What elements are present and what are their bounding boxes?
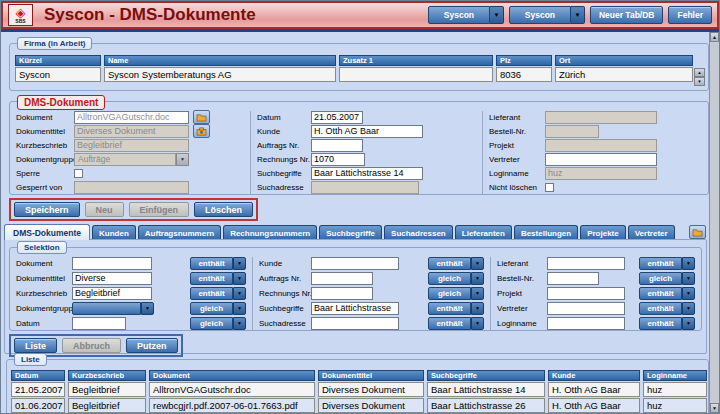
loginname-filter-field[interactable] bbox=[547, 317, 625, 330]
scroll-down-icon[interactable]: ▼ bbox=[710, 403, 719, 413]
tab-suchbegriffe[interactable]: Suchbegriffe bbox=[319, 225, 382, 240]
suchbegriffe-filter-field[interactable] bbox=[311, 302, 399, 315]
scan-document-button[interactable] bbox=[193, 124, 210, 138]
column-header-datum[interactable]: Datum bbox=[11, 370, 65, 381]
dokumenttitel-filter-field[interactable] bbox=[72, 272, 152, 285]
loginname-operator-select[interactable]: enthält ▼ bbox=[639, 317, 695, 330]
rechnungs-nr-filter-field[interactable] bbox=[311, 287, 373, 300]
tab-kunden[interactable]: Kunden bbox=[92, 225, 136, 240]
vertreter-field[interactable] bbox=[545, 153, 657, 166]
chevron-down-icon[interactable]: ▼ bbox=[682, 302, 695, 315]
tab-lieferanten[interactable]: Lieferanten bbox=[455, 225, 512, 240]
tab-folder-button[interactable] bbox=[689, 225, 706, 239]
vertical-scrollbar[interactable]: ▲ ▼ bbox=[709, 32, 719, 413]
firma-row[interactable]: Syscon Syscon Systemberatungs AG 8036 Zü… bbox=[15, 67, 693, 82]
cell-suchbegriffe: Baar Lättichstrasse 26 bbox=[427, 398, 545, 413]
column-header-kunde[interactable]: Kunde bbox=[548, 370, 640, 381]
datum-operator-select[interactable]: gleich ▼ bbox=[190, 317, 246, 330]
kunde-field[interactable] bbox=[311, 125, 423, 138]
chevron-down-icon[interactable]: ▼ bbox=[471, 317, 484, 330]
column-header-dokumenttitel[interactable]: Dokumenttitel bbox=[318, 370, 424, 381]
auftrags-nr-operator-select[interactable]: gleich ▼ bbox=[428, 272, 484, 285]
column-header-kurzbeschrieb[interactable]: Kurzbeschrieb bbox=[68, 370, 146, 381]
dokument-field[interactable] bbox=[74, 111, 189, 124]
column-header-kuerzel[interactable]: Kürzel bbox=[15, 55, 101, 66]
sperre-checkbox[interactable] bbox=[74, 169, 83, 178]
spinner-down-icon[interactable]: ▼ bbox=[694, 77, 705, 86]
kunde-operator-select[interactable]: enthält ▼ bbox=[428, 257, 484, 270]
vertreter-operator-select[interactable]: enthält ▼ bbox=[639, 302, 695, 315]
table-row[interactable]: 21.05.2007 Begleitbrief AlltronVGAGutsch… bbox=[11, 382, 707, 397]
chevron-down-icon[interactable]: ▼ bbox=[471, 287, 484, 300]
lieferant-operator-select[interactable]: enthält ▼ bbox=[639, 257, 695, 270]
chevron-down-icon[interactable]: ▼ bbox=[233, 287, 246, 300]
suchadresse-filter-field[interactable] bbox=[311, 317, 399, 330]
scroll-up-icon[interactable]: ▲ bbox=[710, 32, 719, 42]
column-header-zusatz1[interactable]: Zusatz 1 bbox=[339, 55, 493, 66]
chevron-down-icon[interactable]: ▼ bbox=[682, 272, 695, 285]
dokument-operator-select[interactable]: enthält ▼ bbox=[190, 257, 246, 270]
kurzbeschrieb-operator-select[interactable]: enthält ▼ bbox=[190, 287, 246, 300]
dokument-filter-field[interactable] bbox=[72, 257, 152, 270]
tab-projekte[interactable]: Projekte bbox=[580, 225, 626, 240]
tab-bestellungen[interactable]: Bestellungen bbox=[514, 225, 578, 240]
bestell-nr-filter-field[interactable] bbox=[547, 272, 599, 285]
projekt-filter-field[interactable] bbox=[547, 287, 625, 300]
suchbegriffe-operator-select[interactable]: enthält ▼ bbox=[428, 302, 484, 315]
tab-suchadressen[interactable]: Suchadressen bbox=[384, 225, 453, 240]
dokumentgruppe-operator-select[interactable]: gleich ▼ bbox=[190, 302, 246, 315]
column-header-ort[interactable]: Ort bbox=[555, 55, 693, 66]
chevron-down-icon[interactable]: ▼ bbox=[233, 302, 246, 315]
auftrags-nr-filter-field[interactable] bbox=[311, 272, 373, 285]
chevron-down-icon[interactable]: ▼ bbox=[233, 257, 246, 270]
chevron-down-icon[interactable]: ▼ bbox=[682, 317, 695, 330]
vertreter-filter-field[interactable] bbox=[547, 302, 625, 315]
nicht-loeschen-checkbox[interactable] bbox=[545, 183, 554, 192]
table-row[interactable]: 01.06.2007 Begleitbrief rewbcgjrl.pdf.20… bbox=[11, 398, 707, 413]
chevron-down-icon[interactable]: ▼ bbox=[471, 272, 484, 285]
chevron-down-icon[interactable]: ▼ bbox=[233, 272, 246, 285]
tab-rechnungsnummern[interactable]: Rechnungsnummern bbox=[223, 225, 317, 240]
tab-dms-dokumente[interactable]: DMS-Dokumente bbox=[4, 224, 90, 240]
kunde-filter-field[interactable] bbox=[311, 257, 399, 270]
chevron-down-icon[interactable]: ▼ bbox=[471, 257, 484, 270]
spinner-up-icon[interactable]: ▲ bbox=[694, 68, 705, 77]
datum-filter-field[interactable] bbox=[72, 317, 126, 330]
chevron-down-icon[interactable]: ▼ bbox=[141, 302, 154, 315]
dokumenttitel-operator-select[interactable]: enthält ▼ bbox=[190, 272, 246, 285]
chevron-down-icon[interactable]: ▼ bbox=[471, 302, 484, 315]
speichern-button[interactable]: Speichern bbox=[14, 202, 80, 217]
datum-field[interactable] bbox=[311, 111, 363, 124]
record-spinner[interactable]: ▲ ▼ bbox=[694, 68, 705, 86]
database-select-1[interactable]: Syscon ▼ bbox=[428, 6, 504, 24]
chevron-down-icon[interactable]: ▼ bbox=[682, 287, 695, 300]
open-document-button[interactable] bbox=[193, 110, 210, 124]
tab-auftragsnummern[interactable]: Auftragsnummern bbox=[138, 225, 221, 240]
database-select-2[interactable]: Syscon ▼ bbox=[509, 6, 585, 24]
column-header-loginname[interactable]: Loginname bbox=[643, 370, 707, 381]
column-header-name[interactable]: Name bbox=[104, 55, 336, 66]
fehler-button[interactable]: Fehler bbox=[668, 6, 712, 24]
tab-vertreter[interactable]: Vertreter bbox=[628, 225, 675, 240]
neuer-tab-db-button[interactable]: Neuer Tab/DB bbox=[590, 6, 664, 24]
suchadresse-operator-select[interactable]: enthält ▼ bbox=[428, 317, 484, 330]
suchbegriffe-field[interactable] bbox=[311, 167, 423, 180]
chevron-down-icon[interactable]: ▼ bbox=[233, 317, 246, 330]
column-header-dokument[interactable]: Dokument bbox=[149, 370, 315, 381]
column-header-suchbegriffe[interactable]: Suchbegriffe bbox=[427, 370, 545, 381]
loeschen-button[interactable]: Löschen bbox=[194, 202, 253, 217]
rechnungs-nr-operator-select[interactable]: gleich ▼ bbox=[428, 287, 484, 300]
chevron-down-icon[interactable]: ▼ bbox=[682, 257, 695, 270]
projekt-operator-select[interactable]: enthält ▼ bbox=[639, 287, 695, 300]
chevron-down-icon[interactable]: ▼ bbox=[571, 6, 585, 24]
dokumentgruppe-filter-dropdown[interactable]: ▼ bbox=[72, 302, 154, 315]
putzen-button[interactable]: Putzen bbox=[126, 338, 178, 353]
auftrags-nr-field[interactable] bbox=[311, 139, 363, 152]
rechnungs-nr-field[interactable] bbox=[311, 153, 365, 166]
column-header-plz[interactable]: Plz bbox=[496, 55, 552, 66]
lieferant-filter-field[interactable] bbox=[547, 257, 625, 270]
chevron-down-icon[interactable]: ▼ bbox=[490, 6, 504, 24]
kurzbeschrieb-filter-field[interactable] bbox=[72, 287, 152, 300]
bestell-nr-operator-select[interactable]: gleich ▼ bbox=[639, 272, 695, 285]
liste-button[interactable]: Liste bbox=[14, 338, 57, 353]
